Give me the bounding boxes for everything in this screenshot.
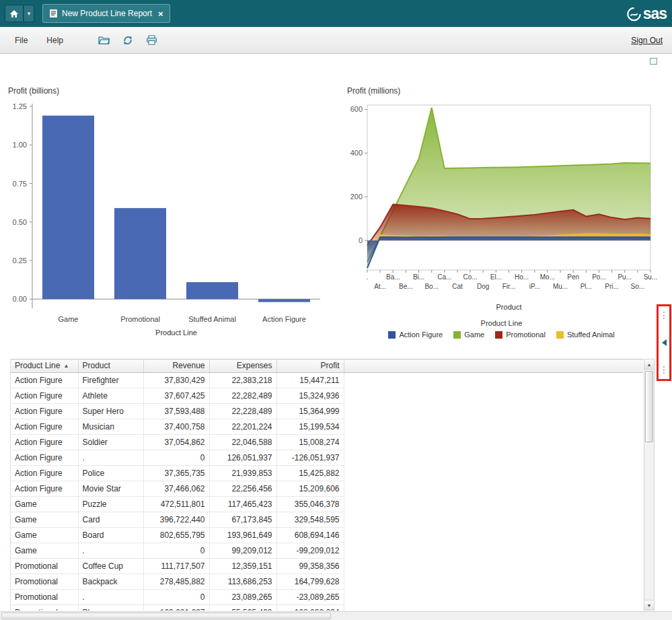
legend-swatch: [453, 331, 461, 339]
table-row[interactable]: PromotionalBackpack278,485,882113,686,25…: [11, 574, 643, 590]
row-filler: [344, 481, 643, 497]
table-row[interactable]: Action FigureAthlete37,607,42522,282,489…: [11, 388, 643, 404]
refresh-icon: [122, 35, 133, 46]
column-header-profit[interactable]: Profit: [276, 359, 344, 373]
table-vertical-scrollbar[interactable]: ▲ ▼: [644, 359, 655, 611]
column-header-product-line[interactable]: Product Line▲: [11, 359, 78, 373]
legend-title: Product Line: [344, 319, 659, 327]
svg-text:El...: El...: [490, 273, 502, 281]
table-cell: Super Hero: [78, 404, 143, 419]
table-cell: Police: [78, 466, 143, 481]
table-row[interactable]: Action FigureFirefighter37,830,42922,383…: [11, 373, 643, 388]
horizontal-scrollbar[interactable]: [0, 611, 672, 620]
menu-help[interactable]: Help: [46, 36, 63, 45]
table-row[interactable]: GamePuzzle472,511,801117,465,423355,046,…: [11, 497, 643, 512]
refresh-button[interactable]: [120, 33, 135, 48]
legend-label: Game: [464, 331, 484, 339]
svg-text:0.75: 0.75: [13, 180, 27, 188]
home-button[interactable]: [5, 5, 24, 22]
area-chart-title: Profit (millions): [347, 86, 659, 96]
data-table[interactable]: Product Line▲ProductRevenueExpensesProfi…: [11, 359, 643, 611]
row-filler: [344, 528, 643, 543]
toolbar-icons: [97, 33, 159, 48]
svg-text:400: 400: [350, 149, 363, 157]
home-button-group: ▾: [5, 5, 34, 22]
table-row[interactable]: Action FigureSoldier37,054,86222,046,588…: [11, 435, 643, 450]
table-cell: Coffee Cup: [78, 559, 143, 574]
table-cell: 15,447,211: [276, 373, 344, 388]
table-row[interactable]: Action FigureSuper Hero37,593,48822,228,…: [11, 404, 643, 419]
print-button[interactable]: [144, 33, 159, 48]
table-row[interactable]: Action FigureMusician37,400,75822,201,22…: [11, 419, 643, 435]
table-cell: .: [78, 590, 143, 605]
table-row[interactable]: PromotionalPlaque163,601,63755,565,40310…: [11, 605, 643, 611]
column-header-revenue[interactable]: Revenue: [143, 359, 209, 373]
svg-text:Product: Product: [496, 303, 522, 311]
column-header-product[interactable]: Product: [78, 359, 143, 373]
table-cell: 15,364,999: [276, 404, 344, 419]
row-filler: [344, 497, 643, 512]
restore-window-icon[interactable]: [650, 58, 657, 65]
row-filler: [344, 559, 643, 574]
vertical-scrollbar-thumb[interactable]: [645, 371, 653, 442]
svg-text:200: 200: [350, 193, 363, 201]
table-cell: 163,601,637: [143, 605, 209, 611]
horizontal-scrollbar-thumb[interactable]: [1, 613, 331, 619]
report-tab[interactable]: New Product Line Report ×: [42, 4, 170, 23]
table-cell: Action Figure: [11, 481, 78, 497]
legend-item[interactable]: Promotional: [495, 331, 546, 339]
table-cell: 21,939,853: [209, 466, 276, 481]
svg-text:Pen: Pen: [567, 273, 579, 281]
svg-text:Cat: Cat: [452, 283, 463, 290]
row-filler: [344, 605, 643, 611]
table-cell: 22,383,218: [209, 373, 276, 388]
table-row[interactable]: Action Figure.0126,051,937-126,051,937: [11, 450, 643, 466]
table-row[interactable]: Promotional.023,089,265-23,089,265: [11, 590, 643, 605]
column-header-expenses[interactable]: Expenses: [209, 359, 276, 373]
table-cell: 22,201,224: [209, 419, 276, 435]
menu-file[interactable]: File: [15, 36, 28, 45]
table-row[interactable]: Action FigurePolice37,365,73521,939,8531…: [11, 466, 643, 481]
table-row[interactable]: Action FigureMovie Star37,466,06222,256,…: [11, 481, 643, 497]
panel-expand-handle[interactable]: ⋮ ⋮: [657, 304, 671, 381]
svg-text:Product Line: Product Line: [155, 329, 197, 337]
table-cell: Action Figure: [11, 450, 78, 466]
table-cell: 608,694,146: [276, 528, 344, 543]
row-filler: [344, 388, 643, 404]
table-cell: 278,485,882: [143, 574, 209, 590]
table-cell: -99,209,012: [276, 543, 344, 559]
table-cell: 55,565,403: [209, 605, 276, 611]
table-cell: Game: [11, 512, 78, 528]
scroll-down-arrow[interactable]: ▼: [644, 600, 654, 610]
scroll-up-arrow[interactable]: ▲: [644, 359, 654, 370]
table-cell: 22,282,489: [209, 388, 276, 404]
table-cell: Firefighter: [78, 373, 143, 388]
table-cell: .: [78, 450, 143, 466]
open-report-button[interactable]: [97, 33, 112, 48]
table-cell: Backpack: [78, 574, 143, 590]
svg-text:1.00: 1.00: [13, 141, 27, 149]
table-cell: Action Figure: [11, 404, 78, 419]
legend-item[interactable]: Action Figure: [388, 331, 443, 339]
table-row[interactable]: GameCard396,722,44067,173,845329,548,595: [11, 512, 643, 528]
bar-chart[interactable]: 0.000.250.500.751.001.25GamePromotionalS…: [5, 98, 330, 341]
tab-close-icon[interactable]: ×: [158, 9, 163, 18]
table-cell: 126,051,937: [209, 450, 276, 466]
legend-item[interactable]: Game: [453, 331, 484, 339]
area-chart[interactable]: 0200400600.At...Ba...Be...Bi...Bo...Ca..…: [344, 98, 657, 314]
svg-text:0.00: 0.00: [13, 295, 27, 303]
table-cell: Game: [11, 543, 78, 559]
printer-icon: [146, 35, 157, 45]
grip-dots-icon: ⋮: [659, 311, 669, 320]
svg-text:Ho...: Ho...: [515, 273, 529, 281]
home-menu-caret-button[interactable]: ▾: [24, 5, 34, 22]
table-row[interactable]: GameBoard802,655,795193,961,649608,694,1…: [11, 528, 643, 543]
sign-out-link[interactable]: Sign Out: [631, 36, 663, 45]
table-cell: 37,830,429: [143, 373, 209, 388]
table-row[interactable]: Game.099,209,012-99,209,012: [11, 543, 643, 559]
table-cell: 164,799,628: [276, 574, 344, 590]
grip-dots-icon: ⋮: [659, 366, 669, 374]
legend-item[interactable]: Stuffed Animal: [556, 331, 615, 339]
table-row[interactable]: PromotionalCoffee Cup111,717,50712,359,1…: [11, 559, 643, 574]
svg-text:Po...: Po...: [592, 273, 606, 281]
